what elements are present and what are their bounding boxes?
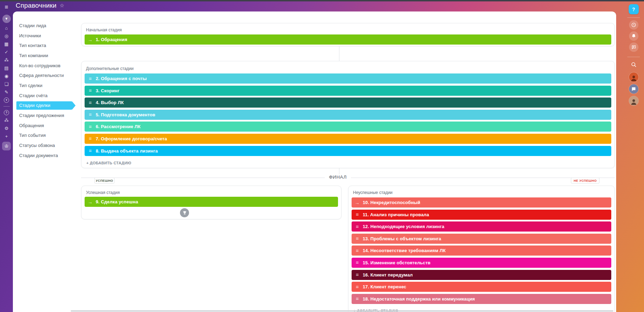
sidebar-item[interactable]: Стадии лида — [19, 21, 76, 31]
more-icon[interactable]: ▾ — [4, 98, 9, 103]
sidebar-item[interactable]: Тип события — [19, 131, 76, 141]
user-avatar-2[interactable] — [629, 96, 638, 106]
rail-divider — [627, 17, 640, 18]
stage-label: 12. Неподходящие условия лизинга — [363, 224, 444, 229]
history-icon[interactable] — [629, 20, 638, 30]
drag-handle-icon[interactable]: ≡ — [352, 284, 363, 290]
marketing-icon[interactable]: ◎ — [3, 33, 9, 39]
drag-handle-icon[interactable]: ≡ — [352, 260, 363, 265]
stage-bar[interactable]: →9. Сделка успешна — [85, 197, 338, 207]
sidebar-item[interactable]: Стадии предложения — [19, 110, 76, 120]
notifications-icon[interactable] — [629, 31, 638, 41]
copilot-icon[interactable]: ◉ — [3, 73, 9, 79]
automation-icon[interactable]: ⁂ — [3, 57, 9, 63]
sidebar-item[interactable]: Сфера деятельности — [19, 70, 76, 80]
drag-handle-icon[interactable]: ≡ — [85, 100, 96, 106]
fail-stage-list: →10. Некредитоспособный≡11. Анализ причи… — [348, 197, 614, 304]
panel-label: Успешная стадия — [81, 186, 341, 197]
crm-funnel-icon[interactable]: ▼ — [2, 15, 11, 23]
stage-label: 14. Несоответствие требованиям ЛК — [363, 248, 446, 253]
fail-stages-panel: Неуспешные стадии →10. Некредитоспособны… — [348, 186, 615, 312]
stage-bar[interactable]: →10. Некредитоспособный — [352, 197, 611, 208]
stage-label: 3. Скоринг — [96, 88, 119, 93]
structure-icon[interactable]: ⁂ — [3, 118, 9, 123]
drag-handle-icon[interactable]: ≡ — [352, 296, 363, 302]
sign-icon[interactable]: ✎ — [3, 89, 9, 95]
sidebar-item[interactable]: Тип контакта — [19, 40, 76, 50]
stage-bar[interactable]: ≡4. Выбор ЛК — [85, 98, 611, 108]
horizontal-scrollbar[interactable] — [71, 310, 613, 312]
user-avatar[interactable] — [629, 72, 638, 82]
drag-handle-icon[interactable]: ≡ — [85, 148, 96, 154]
stage-bar[interactable]: ≡13. Проблемы с объектом лизинга — [352, 234, 611, 244]
stage-label: 17. Клиент перенес — [363, 284, 406, 289]
success-stage-panel: Успешная стадия →9. Сделка успешна — [81, 186, 341, 219]
connector-line — [339, 46, 339, 61]
bitrix24-logo-icon[interactable]: ♔ — [2, 142, 11, 150]
stage-bar[interactable]: ≡3. Скоринг — [85, 86, 611, 96]
stage-bar[interactable]: ≡16. Клиент передумал — [352, 270, 611, 280]
drag-handle-icon[interactable]: ≡ — [85, 88, 96, 93]
search-icon[interactable] — [631, 62, 637, 69]
stage-bar[interactable]: ≡12. Неподходящие условия лизинга — [352, 221, 611, 232]
drag-handle-icon[interactable]: ≡ — [85, 112, 96, 117]
stage-label: 7. Оформление договора/счета — [96, 136, 167, 141]
sidebar-item[interactable]: Статусы обзвона — [19, 140, 76, 150]
stage-bar[interactable]: ≡18. Недостаточная поддержка или коммуни… — [352, 294, 611, 304]
stage-label: 9. Сделка успешна — [96, 199, 138, 204]
success-stage-list: →9. Сделка успешна — [81, 197, 341, 207]
drag-handle-icon[interactable]: ≡ — [352, 248, 363, 254]
initial-stage-panel: Начальная стадия →1. Обращения — [81, 23, 615, 46]
final-divider-label: ФИНАЛ — [325, 174, 351, 180]
drag-handle-icon[interactable]: ≡ — [352, 272, 363, 278]
helpdesk-button[interactable]: ? — [629, 4, 639, 14]
stage-bar[interactable]: ≡5. Подготовка документов — [85, 110, 611, 120]
sidebar-item[interactable]: Стадии сделки — [16, 101, 72, 110]
messenger-icon[interactable] — [629, 42, 638, 52]
company-icon[interactable]: ⌂ — [3, 25, 9, 31]
sidebar-item[interactable]: Стадии документа — [19, 150, 76, 161]
stage-bar[interactable]: ≡15. Изменение обстоятельств — [352, 258, 611, 268]
stage-bar[interactable]: ≡6. Рассмотрение ЛК — [85, 122, 611, 132]
drag-handle-icon[interactable]: ≡ — [352, 212, 363, 217]
menu-toggle-icon[interactable]: ≡ — [5, 4, 8, 10]
drag-handle-icon[interactable]: ≡ — [85, 136, 96, 141]
knowledge-base-icon[interactable]: ❏ — [3, 81, 9, 87]
stage-bar[interactable]: →1. Обращения — [85, 34, 611, 45]
rail-divider — [627, 57, 640, 57]
favorite-star-icon[interactable]: ☆ — [60, 2, 64, 9]
stage-label: 4. Выбор ЛК — [96, 100, 124, 105]
stage-label: 18. Недостаточная поддержка или коммуник… — [363, 296, 475, 302]
sidebar-item[interactable]: Тип сделки — [19, 80, 76, 91]
stage-bar[interactable]: ≡11. Анализ причины провала — [352, 210, 611, 220]
additional-stages-panel: Дополнительные стадии ≡2. Обращения с по… — [81, 61, 615, 168]
stage-bar[interactable]: ≡8. Выдача объекта лизинга — [85, 146, 611, 156]
stage-label: 15. Изменение обстоятельств — [363, 260, 431, 265]
stage-label: 10. Некредитоспособный — [363, 200, 420, 205]
stage-label: 1. Обращения — [96, 37, 127, 42]
stage-bar[interactable]: ≡2. Обращения с почты — [85, 73, 611, 84]
stage-bar[interactable]: ≡7. Оформление договора/счета — [85, 134, 611, 144]
stage-bar[interactable]: ≡17. Клиент перенес — [352, 282, 611, 292]
sidebar-item[interactable]: Источники — [19, 31, 76, 41]
drag-handle-icon[interactable]: ≡ — [85, 124, 96, 130]
sidebar-item[interactable]: Тип компании — [19, 50, 76, 61]
arrow-icon: → — [85, 37, 96, 42]
sidebar-item[interactable]: Кол-во сотрудников — [19, 61, 76, 71]
settings-icon[interactable]: ⚙ — [3, 126, 9, 131]
tasks-icon[interactable]: ✓ — [3, 49, 9, 55]
drag-handle-icon[interactable]: ≡ — [352, 224, 363, 229]
sidebar-item[interactable]: Обращения — [19, 120, 76, 131]
add-icon[interactable]: + — [3, 134, 9, 139]
stage-label: 5. Подготовка документов — [96, 112, 155, 117]
help-icon[interactable]: ? — [4, 110, 9, 115]
sales-icon[interactable]: ▦ — [3, 41, 9, 47]
sidebar-item[interactable]: Стадии счёта — [19, 91, 76, 101]
stage-bar[interactable]: ≡14. Несоответствие требованиям ЛК — [352, 245, 611, 256]
panel-label: Дополнительные стадии — [81, 61, 614, 73]
add-stage-button[interactable]: + ДОБАВИТЬ СТАДИЮ — [81, 158, 614, 168]
group-chat-avatar[interactable] — [629, 84, 638, 94]
drag-handle-icon[interactable]: ≡ — [85, 76, 96, 81]
drag-handle-icon[interactable]: ≡ — [352, 236, 363, 241]
employees-icon[interactable]: ▤ — [3, 65, 9, 71]
